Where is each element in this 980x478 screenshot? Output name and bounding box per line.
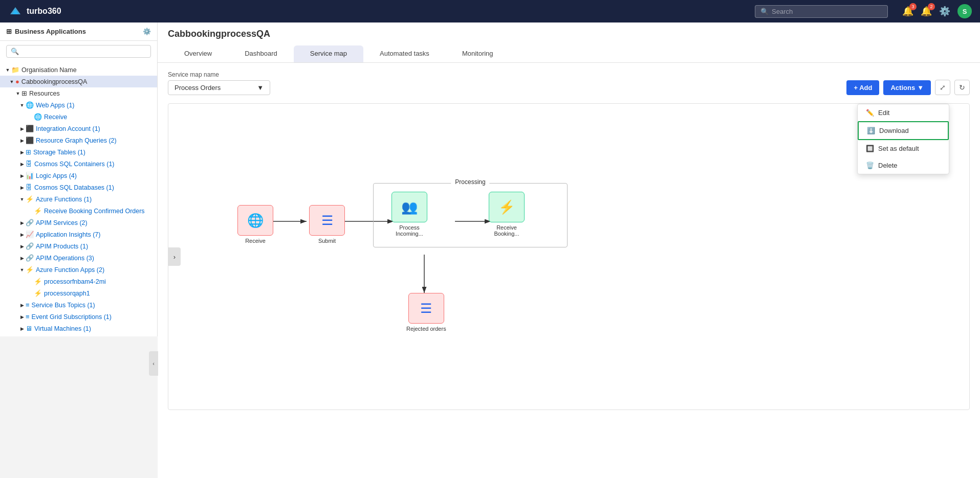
tree-item-apim-services[interactable]: ▶ 🔗 APIM Services (2): [0, 217, 157, 229]
logo[interactable]: turbo360: [8, 4, 61, 18]
page-title: CabbookingprocessQA: [168, 29, 970, 39]
tab-overview[interactable]: Overview: [168, 45, 228, 62]
chevron-right-icon: ▶: [18, 303, 26, 308]
tree-item-integration-account[interactable]: ▶ ⬛ Integration Account (1): [0, 123, 157, 134]
service-map-label: Service map name: [168, 71, 270, 78]
dropdown-download[interactable]: ⬇️ Download: [858, 121, 949, 140]
tree-item-processorfnbam[interactable]: ⚡ processorfnbam4-2mi: [0, 276, 157, 287]
service-map-name-group: Service map name Process Orders ▼: [168, 71, 270, 95]
tab-dashboard[interactable]: Dashboard: [228, 45, 294, 62]
node-rejected-orders-label: Rejected orders: [406, 326, 446, 332]
chevron-down-icon: ▼: [18, 103, 26, 108]
tree-item-web-apps[interactable]: ▼ 🌐 Web Apps (1): [0, 99, 157, 111]
sidebar-search-input[interactable]: [22, 48, 146, 55]
processing-group: Processing 👥 Process Incoming... ⚡ Rec: [373, 183, 568, 247]
chevron-right-icon: ▶: [18, 138, 26, 143]
chevron-right-icon: ▶: [18, 244, 26, 249]
tree-item-processorqaph[interactable]: ⚡ processorqaph1: [0, 287, 157, 299]
node-submit-box: ☰: [309, 205, 345, 236]
tree-item-logic-apps[interactable]: ▶ 📊 Logic Apps (4): [0, 170, 157, 181]
search-box[interactable]: 🔍 Search: [755, 5, 888, 18]
download-icon: ⬇️: [867, 127, 875, 134]
service-map-header: Service map name Process Orders ▼ + Add …: [168, 71, 970, 95]
expand-icon-button[interactable]: ⤢: [935, 80, 950, 95]
node-submit-label: Submit: [318, 238, 336, 244]
tree-item-application-insights[interactable]: ▶ 📈 Application Insights (7): [0, 229, 157, 240]
canvas-sidebar-toggle[interactable]: ›: [168, 247, 181, 266]
tree-item-app[interactable]: ▼ ● CabbookingprocessQA: [0, 76, 157, 87]
node-receive-booking-box: ⚡: [489, 192, 525, 222]
chevron-down-icon: ▼: [257, 84, 264, 92]
page-header: CabbookingprocessQA Overview Dashboard S…: [158, 22, 980, 63]
tab-service-map[interactable]: Service map: [294, 45, 363, 62]
content-area: Service map name Process Orders ▼ + Add …: [158, 63, 980, 478]
tree-item-receive-booking[interactable]: ⚡ Receive Booking Confirmed Orders: [0, 205, 157, 217]
node-rejected-orders-box: ☰: [408, 293, 444, 324]
grid-icon: ⊞: [6, 28, 12, 35]
tab-automated-tasks[interactable]: Automated tasks: [363, 45, 446, 62]
alerts-badge: 2: [928, 3, 935, 10]
tree-item-receive[interactable]: 🌐 Receive: [0, 111, 157, 123]
dropdown-delete[interactable]: 🗑️ Delete: [858, 157, 949, 174]
default-icon: 🔲: [866, 145, 874, 152]
dropdown-set-default[interactable]: 🔲 Set as default: [858, 140, 949, 157]
sidebar-search[interactable]: 🔍: [6, 45, 151, 58]
tree-item-cosmos-sql-containers[interactable]: ▶ 🗄 Cosmos SQL Containers (1): [0, 158, 157, 170]
tree-item-org[interactable]: ▼ 📁 Organisation Name: [0, 64, 157, 76]
chevron-right-icon: ▶: [18, 220, 26, 225]
sidebar-tree: ▼ 📁 Organisation Name ▼ ● Cabbookingproc…: [0, 62, 157, 336]
alerts-icon[interactable]: 🔔 2: [921, 6, 932, 17]
node-process-incoming-label: Process Incoming...: [389, 224, 430, 237]
node-receive[interactable]: 🌐 Receive: [237, 205, 273, 244]
chevron-down-icon: ▼: [8, 79, 15, 84]
delete-icon: 🗑️: [866, 162, 874, 169]
tree-item-virtual-machines[interactable]: ▶ 🖥 Virtual Machines (1): [0, 323, 157, 334]
chevron-down-icon: ▼: [18, 197, 26, 202]
service-map-canvas: ›: [168, 103, 970, 410]
search-icon: 🔍: [760, 8, 769, 15]
chevron-right-icon: ▶: [18, 162, 26, 167]
refresh-icon-button[interactable]: ↻: [954, 80, 970, 95]
tab-monitoring[interactable]: Monitoring: [446, 45, 510, 62]
actions-button[interactable]: Actions ▼: [883, 80, 931, 95]
user-avatar[interactable]: S: [957, 4, 972, 18]
tree-item-cosmos-sql-databases[interactable]: ▶ 🗄 Cosmos SQL Databases (1): [0, 181, 157, 193]
tree-item-service-bus-topics[interactable]: ▶ ≡ Service Bus Topics (1): [0, 299, 157, 311]
tree-item-apim-products[interactable]: ▶ 🔗 APIM Products (1): [0, 240, 157, 252]
tree-item-azure-function-apps[interactable]: ▼ ⚡ Azure Function Apps (2): [0, 264, 157, 276]
sidebar-search-icon: 🔍: [11, 48, 19, 55]
service-map-select[interactable]: Process Orders ▼: [168, 80, 270, 95]
sidebar: ⊞ Business Applications ⚙️ 🔍 ▼ 📁 Organis…: [0, 22, 158, 336]
settings-icon[interactable]: ⚙️: [939, 6, 950, 17]
chevron-right-icon: ▶: [18, 326, 26, 331]
chevron-right-icon: ▶: [18, 126, 26, 131]
node-receive-booking[interactable]: ⚡ Receive Booking...: [486, 192, 527, 237]
node-rejected-orders[interactable]: ☰ Rejected orders: [406, 293, 446, 332]
tree-item-apim-operations[interactable]: ▶ 🔗 APIM Operations (3): [0, 252, 157, 264]
chevron-right-icon: ▶: [18, 314, 26, 320]
tree-item-azure-functions[interactable]: ▼ ⚡ Azure Functions (1): [0, 193, 157, 205]
node-submit[interactable]: ☰ Submit: [309, 205, 345, 244]
tree-item-event-grid[interactable]: ▶ ≡ Event Grid Subscriptions (1): [0, 311, 157, 323]
sidebar-settings-icon[interactable]: ⚙️: [143, 28, 151, 35]
chevron-down-icon: ▼: [18, 267, 26, 272]
tree-item-resource-graph[interactable]: ▶ ⬛ Resource Graph Queries (2): [0, 134, 157, 146]
chevron-down-icon: ▼: [14, 91, 21, 96]
search-placeholder: Search: [772, 8, 793, 15]
chevron-right-icon: ▶: [18, 185, 26, 190]
add-button[interactable]: + Add: [846, 80, 879, 95]
main-content: CabbookingprocessQA Overview Dashboard S…: [158, 22, 980, 478]
node-process-incoming[interactable]: 👥 Process Incoming...: [389, 192, 430, 237]
notifications-icon[interactable]: 🔔 3: [902, 6, 913, 17]
node-process-incoming-box: 👥: [391, 192, 427, 222]
tree-item-storage-tables[interactable]: ▶ ⊞ Storage Tables (1): [0, 146, 157, 158]
chevron-down-icon: ▼: [917, 84, 924, 92]
node-receive-box: 🌐: [237, 205, 273, 236]
dropdown-edit[interactable]: ✏️ Edit: [858, 104, 949, 121]
tab-bar: Overview Dashboard Service map Automated…: [168, 45, 970, 62]
chevron-right-icon: ▶: [18, 232, 26, 237]
chevron-right-icon: ▶: [18, 256, 26, 261]
tree-item-resources[interactable]: ▼ ⊞ Resources: [0, 87, 157, 99]
logo-text: turbo360: [27, 7, 61, 16]
sidebar-collapse-button[interactable]: ‹: [149, 351, 158, 376]
